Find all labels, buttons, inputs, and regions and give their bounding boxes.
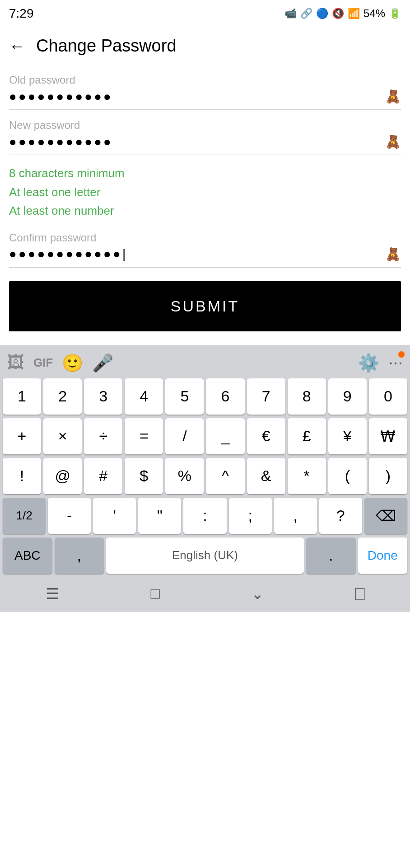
nav-keyboard-icon[interactable]: ⎕ [355,585,364,602]
key-divide[interactable]: ÷ [84,418,122,454]
status-icons: 📹 🔗 🔵 🔇 📶 54% 🔋 [284,7,401,20]
key-quote[interactable]: " [138,498,181,534]
key-plus[interactable]: + [3,418,41,454]
key-euro[interactable]: € [247,418,285,454]
confirm-password-toggle-icon[interactable]: 🧸 [381,247,401,262]
keyboard-toolbar-icons: 🖼 GIF 🙂 🎤 [7,353,113,373]
old-password-toggle-icon[interactable]: 🧸 [381,89,401,104]
keyboard-space-row: ABC , English (UK) . Done [0,536,410,576]
key-yen[interactable]: ¥ [328,418,367,454]
key-asterisk[interactable]: * [288,458,326,494]
key-5[interactable]: 5 [165,378,204,415]
nav-back-icon[interactable]: ☰ [46,585,59,603]
battery-level: 54% [363,7,385,20]
camera-icon: 📹 [284,8,297,19]
confirm-password-dots[interactable]: ●●●●●●●●●●●● [9,247,381,261]
keyboard-more-dot [398,351,405,358]
hint-min-chars: 8 characters minimum [9,164,401,183]
signal-icon: 📶 [348,8,360,19]
key-3[interactable]: 3 [84,378,122,415]
keyboard-symbol-row-1: + × ÷ = / _ € £ ¥ ₩ [0,416,410,456]
key-backspace[interactable]: ⌫ [364,498,407,534]
key-space[interactable]: English (UK) [106,538,304,574]
key-question[interactable]: ? [319,498,362,534]
key-colon[interactable]: : [183,498,226,534]
keyboard-number-row: 1 2 3 4 5 6 7 8 9 0 [0,377,410,416]
hint-one-number: At least one number [9,202,401,221]
change-password-form: Old password ●●●●●●●●●●● 🧸 New password … [0,65,410,268]
key-9[interactable]: 9 [328,378,367,415]
backspace-icon: ⌫ [376,507,396,524]
keyboard: 🖼 GIF 🙂 🎤 ⚙️ ··· 1 2 3 4 5 6 7 8 9 0 + ×… [0,345,410,612]
status-bar: 7:29 📹 🔗 🔵 🔇 📶 54% 🔋 [0,0,410,27]
nav-home-icon[interactable]: □ [151,585,160,602]
key-comma-bottom[interactable]: , [55,538,104,574]
key-dollar[interactable]: $ [125,458,163,494]
key-1[interactable]: 1 [3,378,41,415]
keyboard-settings-icon[interactable]: ⚙️ [358,353,379,373]
key-apostrophe[interactable]: ' [93,498,136,534]
key-ampersand[interactable]: & [247,458,285,494]
confirm-password-group: Confirm password ●●●●●●●●●●●● 🧸 [9,231,401,268]
confirm-password-label: Confirm password [9,231,401,244]
key-abc[interactable]: ABC [3,538,52,574]
key-period[interactable]: . [306,538,356,574]
new-password-group: New password ●●●●●●●●●●● 🧸 [9,119,401,155]
new-password-toggle-icon[interactable]: 🧸 [381,134,401,149]
key-percent[interactable]: % [165,458,204,494]
new-password-row: ●●●●●●●●●●● 🧸 [9,134,401,155]
key-open-paren[interactable]: ( [328,458,367,494]
mute-icon: 🔇 [332,8,344,19]
key-close-paren[interactable]: ) [369,458,407,494]
battery-icon: 🔋 [389,8,401,19]
mic-icon[interactable]: 🎤 [92,353,113,373]
key-won[interactable]: ₩ [369,418,407,454]
keyboard-bottom-row: 1/2 - ' " : ; , ? ⌫ [0,496,410,536]
confirm-password-row: ●●●●●●●●●●●● 🧸 [9,247,401,268]
status-time: 7:29 [9,6,34,21]
key-comma-sym[interactable]: , [274,498,317,534]
key-8[interactable]: 8 [288,378,326,415]
key-slash[interactable]: / [165,418,204,454]
back-button[interactable]: ← [9,37,25,56]
key-0[interactable]: 0 [369,378,407,415]
keyboard-toolbar: 🖼 GIF 🙂 🎤 ⚙️ ··· [0,349,410,377]
new-password-label: New password [9,119,401,132]
key-hash[interactable]: # [84,458,122,494]
key-4[interactable]: 4 [125,378,163,415]
submit-button[interactable]: SUBMIT [9,281,401,331]
key-exclaim[interactable]: ! [3,458,41,494]
key-equals[interactable]: = [125,418,163,454]
key-half[interactable]: 1/2 [3,498,46,534]
gif-icon[interactable]: GIF [33,356,53,370]
key-semicolon[interactable]: ; [229,498,272,534]
page-title: Change Password [36,36,177,56]
old-password-row: ●●●●●●●●●●● 🧸 [9,89,401,110]
password-hints: 8 characters minimum At least one letter… [9,164,401,221]
keyboard-more-icon[interactable]: ··· [388,353,403,373]
key-minus[interactable]: - [48,498,91,534]
link-icon: 🔗 [300,8,312,19]
key-times[interactable]: × [43,418,82,454]
key-caret[interactable]: ^ [206,458,244,494]
key-pound[interactable]: £ [288,418,326,454]
key-done[interactable]: Done [358,538,408,574]
header: ← Change Password [0,27,410,65]
nav-recents-icon[interactable]: ⌄ [251,585,264,603]
key-at[interactable]: @ [43,458,82,494]
old-password-group: Old password ●●●●●●●●●●● 🧸 [9,74,401,110]
key-underscore[interactable]: _ [206,418,244,454]
old-password-label: Old password [9,74,401,86]
emoji-icon[interactable]: 🙂 [62,353,83,373]
keyboard-symbol-row-2: ! @ # $ % ^ & * ( ) [0,456,410,496]
key-7[interactable]: 7 [247,378,285,415]
hint-one-letter: At least one letter [9,183,401,202]
bottom-navigation: ☰ □ ⌄ ⎕ [0,576,410,612]
sticker-icon[interactable]: 🖼 [7,353,24,373]
keyboard-toolbar-right: ⚙️ ··· [358,353,403,373]
key-2[interactable]: 2 [43,378,82,415]
bluetooth-icon: 🔵 [316,8,328,19]
key-6[interactable]: 6 [206,378,244,415]
old-password-dots[interactable]: ●●●●●●●●●●● [9,90,381,104]
new-password-dots[interactable]: ●●●●●●●●●●● [9,135,381,149]
